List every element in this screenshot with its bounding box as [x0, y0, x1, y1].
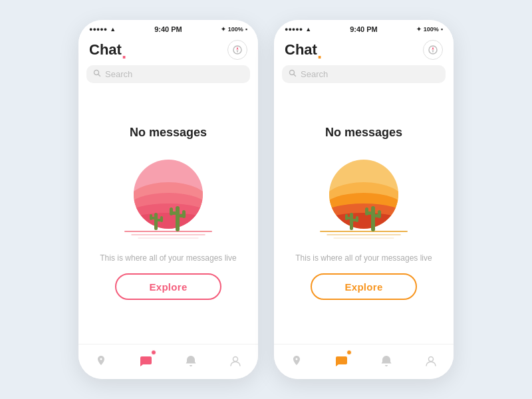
status-right: ✦ 100% ▪	[416, 26, 443, 33]
search-bar[interactable]: Search	[86, 65, 250, 83]
app-header: Chat.	[78, 36, 258, 65]
phone-phone-orange: ●●●●● ▲ 9:40 PM ✦ 100% ▪ Chat.	[274, 20, 454, 379]
desert-illustration	[314, 148, 414, 244]
svg-rect-19	[176, 206, 180, 231]
status-right: ✦ 100% ▪	[221, 26, 247, 33]
profile-icon	[229, 354, 242, 368]
location-icon	[290, 354, 303, 368]
svg-rect-21	[170, 207, 173, 215]
svg-rect-41	[345, 214, 348, 220]
no-messages-title: No messages	[130, 126, 207, 140]
search-placeholder: Search	[105, 69, 132, 79]
compass-button[interactable]	[227, 40, 247, 60]
compass-button[interactable]	[423, 40, 443, 60]
main-content: No messages	[78, 88, 258, 344]
chat-badge	[346, 350, 352, 355]
nav-profile[interactable]	[222, 351, 249, 371]
bottom-nav	[78, 344, 258, 379]
svg-rect-48	[378, 210, 381, 218]
chat-icon	[334, 354, 348, 368]
search-icon	[289, 69, 297, 79]
status-left: ●●●●● ▲	[89, 26, 116, 33]
no-messages-title: No messages	[325, 126, 402, 140]
bluetooth-icon: ✦	[416, 26, 422, 33]
battery-icon: ▪	[441, 26, 443, 33]
explore-button[interactable]: Explore	[115, 273, 221, 300]
location-icon	[94, 354, 108, 368]
search-icon	[93, 69, 101, 79]
svg-point-35	[324, 213, 404, 231]
chat-icon	[138, 354, 153, 368]
chat-badge	[151, 350, 156, 355]
nav-chat[interactable]	[328, 351, 354, 371]
search-placeholder: Search	[301, 69, 328, 79]
svg-rect-18	[160, 216, 163, 222]
app-header: Chat.	[274, 36, 454, 65]
app-title: Chat.	[285, 41, 322, 59]
bottom-nav	[274, 344, 454, 379]
nav-profile[interactable]	[418, 351, 444, 371]
nav-location[interactable]	[283, 351, 310, 371]
status-time: 9:40 PM	[154, 25, 182, 33]
signal-icon: ●●●●●	[285, 26, 303, 33]
compass-icon	[232, 45, 243, 55]
nav-location[interactable]	[88, 351, 114, 371]
svg-rect-14	[154, 213, 158, 230]
svg-line-4	[98, 74, 100, 76]
explore-button[interactable]: Explore	[311, 273, 417, 300]
search-bar[interactable]: Search	[282, 65, 446, 83]
svg-marker-2	[237, 50, 239, 53]
svg-rect-43	[356, 216, 358, 222]
status-left: ●●●●● ▲	[285, 26, 311, 33]
battery-label: 100%	[228, 26, 243, 33]
svg-rect-39	[350, 213, 353, 230]
main-content: No messages	[274, 88, 454, 344]
notification-icon	[380, 354, 393, 368]
status-bar: ●●●●● ▲ 9:40 PM ✦ 100% ▪	[78, 20, 258, 36]
bluetooth-icon: ✦	[221, 26, 226, 33]
compass-icon	[428, 45, 438, 55]
nav-notifications[interactable]	[178, 351, 204, 371]
svg-marker-27	[432, 50, 434, 53]
svg-point-10	[128, 213, 208, 231]
hint-text: This is where all of your messages live	[100, 252, 236, 264]
svg-marker-1	[237, 47, 239, 50]
wifi-icon: ▲	[305, 26, 311, 33]
svg-rect-23	[182, 210, 186, 218]
battery-icon: ▪	[245, 26, 247, 33]
svg-rect-46	[365, 207, 368, 215]
desert-illustration	[118, 148, 218, 244]
wifi-icon: ▲	[110, 26, 116, 33]
profile-icon	[424, 354, 438, 368]
hint-text: This is where all of your messages live	[295, 252, 432, 264]
nav-chat[interactable]	[132, 351, 159, 371]
svg-point-49	[429, 357, 434, 362]
nav-notifications[interactable]	[373, 351, 400, 371]
svg-marker-26	[432, 47, 434, 50]
status-bar: ●●●●● ▲ 9:40 PM ✦ 100% ▪	[274, 20, 454, 36]
svg-line-29	[294, 74, 296, 76]
signal-icon: ●●●●●	[89, 26, 107, 33]
phone-phone-pink: ●●●●● ▲ 9:40 PM ✦ 100% ▪ Chat.	[78, 20, 258, 379]
svg-point-24	[233, 357, 238, 362]
battery-label: 100%	[424, 26, 439, 33]
svg-rect-16	[150, 214, 152, 220]
notification-icon	[184, 354, 198, 368]
status-time: 9:40 PM	[350, 25, 378, 33]
app-title: Chat.	[89, 41, 126, 59]
svg-rect-44	[371, 206, 375, 231]
